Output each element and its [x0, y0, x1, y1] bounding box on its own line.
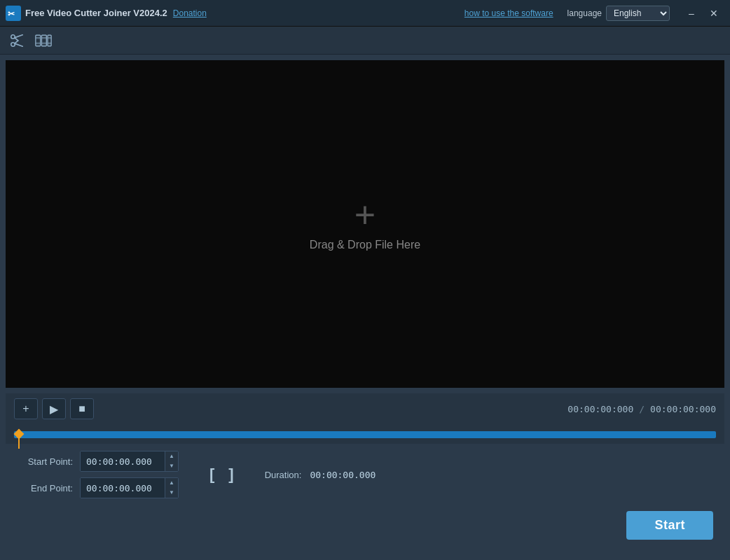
time-display: 00:00:00:000 / 00:00:00:000: [567, 404, 716, 414]
joiner-tool-button[interactable]: [32, 30, 55, 51]
end-point-row: End Point: ▲ ▼: [17, 477, 179, 498]
bracket-close-button[interactable]: ]: [226, 465, 236, 484]
drop-text: Drag & Drop File Here: [310, 239, 420, 251]
start-point-spinners: ▲ ▼: [165, 451, 178, 471]
bracket-open-button[interactable]: [: [207, 465, 217, 484]
end-point-down-button[interactable]: ▼: [165, 488, 178, 498]
donation-link[interactable]: Donation: [173, 8, 207, 18]
end-point-input[interactable]: [81, 478, 165, 498]
svg-rect-13: [41, 42, 46, 44]
help-link[interactable]: how to use the software: [464, 8, 553, 18]
close-button[interactable]: ✕: [703, 4, 724, 22]
timeline-handle[interactable]: [14, 429, 24, 440]
end-point-spinners: ▲ ▼: [165, 478, 178, 498]
duration-value: 00:00:00.000: [310, 470, 376, 480]
duration-label: Duration:: [265, 470, 302, 480]
time-separator: /: [639, 404, 645, 414]
svg-rect-11: [41, 35, 46, 46]
toolbar: [0, 27, 730, 55]
svg-text:✂: ✂: [8, 9, 15, 19]
playback-buttons: + ▶ ■: [14, 398, 94, 419]
language-selector: language English French German Spanish C…: [567, 6, 670, 21]
start-point-input-wrap: ▲ ▼: [80, 451, 179, 472]
end-point-up-button[interactable]: ▲: [165, 478, 178, 488]
total-time: 00:00:00:000: [650, 404, 716, 414]
window-controls: – ✕: [681, 4, 724, 22]
timeline-area[interactable]: [6, 424, 724, 444]
svg-rect-8: [36, 35, 41, 46]
stop-button[interactable]: ■: [70, 398, 94, 419]
current-time: 00:00:00:000: [567, 404, 633, 414]
start-point-label: Start Point:: [17, 456, 73, 467]
start-point-input[interactable]: [81, 451, 165, 471]
title-bar: ✂ Free Video Cutter Joiner V2024.2 Donat…: [0, 0, 730, 27]
scissors-icon: [9, 33, 25, 48]
svg-line-4: [15, 34, 22, 37]
svg-rect-12: [41, 36, 46, 38]
minimize-button[interactable]: –: [681, 4, 702, 22]
end-point-label: End Point:: [17, 483, 73, 493]
svg-rect-9: [36, 36, 41, 38]
add-file-button[interactable]: +: [14, 398, 38, 419]
controls-bar: + ▶ ■ 00:00:00:000 / 00:00:00:000: [6, 393, 724, 424]
start-point-up-button[interactable]: ▲: [165, 451, 178, 461]
video-drop-area[interactable]: + Drag & Drop File Here: [6, 60, 724, 388]
end-point-input-wrap: ▲ ▼: [80, 477, 179, 498]
language-dropdown[interactable]: English French German Spanish Chinese: [606, 6, 670, 21]
bracket-buttons: [ ]: [207, 465, 237, 484]
svg-rect-16: [48, 42, 51, 44]
start-button[interactable]: Start: [626, 511, 713, 540]
play-button[interactable]: ▶: [42, 398, 66, 419]
start-point-down-button[interactable]: ▼: [165, 461, 178, 471]
app-logo-icon: ✂: [6, 6, 21, 21]
start-row: Start: [6, 505, 724, 551]
svg-rect-15: [48, 36, 51, 38]
svg-line-7: [15, 41, 18, 43]
language-label: language: [567, 8, 602, 18]
start-point-row: Start Point: ▲ ▼: [17, 451, 179, 472]
edit-controls: Start Point: ▲ ▼ End Point: ▲ ▼ [ ]: [6, 444, 724, 505]
drop-plus-icon: +: [354, 197, 376, 233]
timeline-handle-diamond: [14, 429, 25, 440]
app-title: Free Video Cutter Joiner V2024.2: [25, 8, 167, 18]
svg-line-6: [15, 37, 18, 40]
duration-section: Duration: 00:00:00.000: [265, 470, 376, 480]
svg-line-5: [15, 43, 22, 46]
svg-rect-10: [36, 42, 41, 44]
svg-rect-14: [48, 35, 51, 46]
film-join-icon: [35, 33, 52, 48]
point-fields: Start Point: ▲ ▼ End Point: ▲ ▼: [17, 451, 179, 498]
scissors-tool-button[interactable]: [6, 30, 28, 51]
timeline-track[interactable]: [14, 431, 716, 438]
